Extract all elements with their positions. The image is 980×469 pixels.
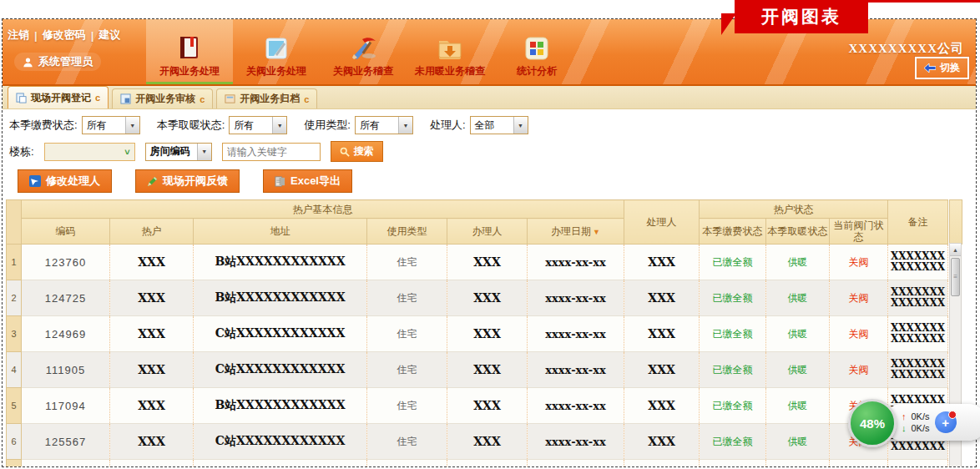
col-header-handle-date[interactable]: 办理日期▼ bbox=[528, 219, 624, 245]
col-header-address[interactable]: 地址 bbox=[194, 219, 367, 245]
chevron-down-icon[interactable]: ▼ bbox=[125, 117, 139, 134]
building-select[interactable]: ˅ bbox=[44, 143, 135, 161]
keyword-input[interactable] bbox=[222, 143, 321, 161]
nav-no-heating-audit[interactable]: 未用暖业务稽查 bbox=[407, 19, 493, 84]
cell-code bbox=[22, 460, 110, 468]
cell-address: C站XXXXXXXXXXXX bbox=[194, 316, 367, 352]
pencil-pick-icon bbox=[349, 31, 377, 61]
col-header-handler[interactable]: 办理人 bbox=[447, 219, 528, 245]
cell-valve-status: 关阀 bbox=[830, 316, 888, 352]
chevron-down-icon[interactable]: ▼ bbox=[398, 117, 412, 134]
upload-arrow-icon: ↑ bbox=[902, 411, 907, 421]
callout-top-line bbox=[868, 0, 980, 3]
callout-tail bbox=[721, 13, 736, 35]
chevron-down-icon[interactable]: ˅ bbox=[124, 147, 129, 157]
suggestion-link[interactable]: 建议 bbox=[99, 28, 120, 43]
table-row[interactable]: 6 125567 XXX C站XXXXXXXXXXXX 住宅 XXX xxxx-… bbox=[7, 424, 948, 460]
col-header-pay-status[interactable]: 本季缴费状态 bbox=[700, 219, 766, 245]
cell-pay-status: 已缴全额 bbox=[700, 388, 766, 424]
row-number: 2 bbox=[7, 280, 22, 316]
col-header-household[interactable]: 热户 bbox=[110, 219, 194, 245]
select-value: 所有 bbox=[83, 117, 125, 134]
stats-grid-icon bbox=[524, 31, 549, 61]
table-row[interactable]: 7 XXX B站XXXXXXXXXXXX 住宅 XXX xxxx-xx-xx X… bbox=[7, 460, 948, 468]
tab-open-valve-review[interactable]: 开阀业务审核 c bbox=[112, 88, 213, 108]
cell-valve-status: 关阀 bbox=[830, 460, 888, 468]
tab-open-valve-archive[interactable]: 开阀业务归档 c bbox=[216, 88, 317, 108]
filter-row-1: 本季缴费状态: 所有 ▼ 本季取暖状态: 所有 ▼ 使用类型: 所有 ▼ 处理人… bbox=[3, 109, 976, 139]
nav-close-valve-processing[interactable]: 关阀业务处理 bbox=[233, 19, 320, 84]
use-type-select[interactable]: 所有 ▼ bbox=[355, 116, 413, 134]
chevron-down-icon[interactable]: ▼ bbox=[197, 144, 211, 160]
excel-icon bbox=[275, 176, 285, 187]
download-arrow-icon: ↓ bbox=[902, 423, 907, 433]
filter-heat-status: 本季取暖状态: 所有 ▼ bbox=[157, 116, 288, 134]
filter-label: 处理人: bbox=[430, 118, 466, 133]
onsite-feedback-button[interactable]: 现场开阀反馈 bbox=[135, 169, 240, 193]
pay-status-select[interactable]: 所有 ▼ bbox=[82, 116, 140, 134]
row-number: 5 bbox=[7, 388, 22, 424]
select-value: 所有 bbox=[356, 117, 398, 134]
cell-heat-status: 供暖 bbox=[766, 245, 830, 280]
table-row[interactable]: 5 117094 XXX B站XXXXXXXXXXXX 住宅 XXX xxxx-… bbox=[7, 388, 948, 424]
search-field-select[interactable]: 房间编码 ▼ bbox=[145, 143, 212, 161]
download-speed: 0K/s bbox=[912, 423, 930, 433]
cell-handle-date: xxxx-xx-xx bbox=[528, 280, 624, 316]
search-button[interactable]: 搜索 bbox=[331, 141, 383, 162]
arrow-cursor-icon bbox=[29, 175, 41, 187]
tab-refresh-icon[interactable]: c bbox=[304, 94, 309, 104]
sort-desc-icon[interactable]: ▼ bbox=[593, 228, 600, 236]
cell-code: 124969 bbox=[22, 316, 110, 352]
tab-onsite-open-valve-register[interactable]: 现场开阀登记 c bbox=[8, 86, 109, 108]
register-doc-icon bbox=[16, 93, 27, 103]
table-row[interactable]: 3 124969 XXX C站XXXXXXXXXXXX 住宅 XXX xxxx-… bbox=[7, 316, 948, 352]
table-row[interactable]: 2 124725 XXX B站XXXXXXXXXXXX 住宅 XXX xxxx-… bbox=[7, 280, 948, 316]
tab-refresh-icon[interactable]: c bbox=[200, 94, 205, 104]
memory-percent-ball[interactable]: 48% bbox=[848, 399, 897, 447]
account-links: 注销 | 修改密码 | 建议 bbox=[8, 28, 120, 43]
heat-status-select[interactable]: 所有 ▼ bbox=[229, 116, 287, 134]
app-root: { "banner": { "label": "开阀图表" }, "header… bbox=[0, 0, 980, 469]
col-header-heat-status[interactable]: 本季取暖状态 bbox=[766, 219, 830, 245]
col-header-valve-status[interactable]: 当前阀门状态 bbox=[830, 219, 888, 245]
valve-chart-callout-label: 开阀图表 bbox=[761, 5, 841, 28]
table-row[interactable]: 4 111905 XXX C站XXXXXXXXXXXX 住宅 XXX xxxx-… bbox=[7, 352, 948, 388]
scroll-up-arrow-icon[interactable]: ▲ bbox=[950, 244, 961, 256]
company-name: XXXXXXXXX公司 bbox=[849, 41, 965, 57]
header-filler bbox=[949, 199, 962, 245]
pencil-icon bbox=[147, 176, 158, 187]
cell-code: 123760 bbox=[22, 245, 110, 280]
change-password-link[interactable]: 修改密码 bbox=[43, 28, 86, 43]
tab-refresh-icon[interactable]: c bbox=[95, 93, 100, 103]
cell-code: 124725 bbox=[22, 280, 110, 316]
tab-label: 开阀业务归档 bbox=[240, 92, 300, 106]
chevron-down-icon[interactable]: ▼ bbox=[513, 117, 528, 134]
col-header-remark[interactable]: 备注 bbox=[888, 200, 948, 245]
cell-handle-date: xxxx-xx-xx bbox=[528, 316, 624, 352]
processor-select[interactable]: 全部 ▼ bbox=[470, 116, 528, 134]
logout-link[interactable]: 注销 bbox=[8, 28, 29, 43]
add-task-button[interactable]: + bbox=[935, 411, 957, 433]
switch-button[interactable]: 切换 bbox=[915, 57, 969, 79]
nav-statistics[interactable]: 统计分析 bbox=[493, 19, 580, 84]
scrollbar-thumb[interactable]: ≡ bbox=[951, 258, 960, 296]
cell-household: XXX bbox=[110, 280, 194, 316]
filter-row-2: 楼栋: ˅ 房间编码 ▼ 搜索 bbox=[3, 139, 976, 167]
nav-close-valve-audit[interactable]: 关阀业务稽查 bbox=[320, 19, 407, 84]
table-row[interactable]: 1 123760 XXX B站XXXXXXXXXXXX 住宅 XXX xxxx-… bbox=[7, 245, 948, 280]
col-header-code[interactable]: 编码 bbox=[22, 219, 110, 245]
cell-valve-status: 关阀 bbox=[830, 280, 888, 316]
chevron-down-icon[interactable]: ▼ bbox=[272, 117, 286, 134]
col-header-processor[interactable]: 处理人 bbox=[624, 200, 700, 245]
cell-use-type: 住宅 bbox=[367, 388, 447, 424]
cell-handler: XXX bbox=[447, 352, 528, 388]
cell-valve-status: 关阀 bbox=[830, 245, 888, 280]
cell-processor: XXX bbox=[624, 245, 700, 280]
nav-open-valve-processing[interactable]: 开阀业务处理 bbox=[146, 19, 233, 84]
change-processor-button[interactable]: 修改处理人 bbox=[18, 169, 112, 193]
filter-label: 本季取暖状态: bbox=[157, 118, 225, 133]
col-header-use-type[interactable]: 使用类型 bbox=[367, 219, 447, 245]
excel-export-button[interactable]: Excel导出 bbox=[263, 169, 352, 193]
cell-household: XXX bbox=[110, 245, 194, 280]
cell-use-type: 住宅 bbox=[367, 245, 447, 280]
